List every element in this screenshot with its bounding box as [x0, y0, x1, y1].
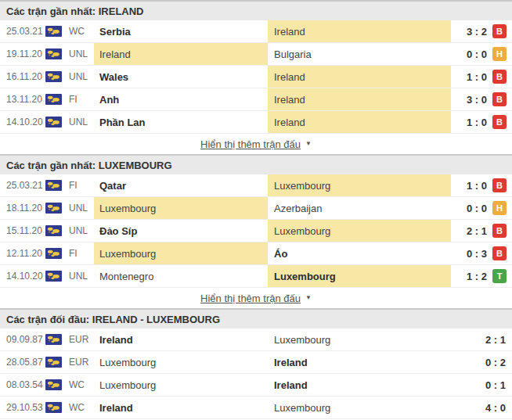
show-more-row: Hiển thị thêm trận đấu ▼	[0, 288, 512, 308]
competition-code: FI	[69, 174, 94, 196]
competition-code: UNL	[69, 197, 94, 219]
world-flag-icon	[45, 203, 62, 214]
match-score: 0 : 0	[451, 197, 487, 219]
match-row: 09.09.87 EUR Ireland Luxembourg 2 : 1	[0, 328, 512, 351]
match-score: 4 : 0	[451, 397, 512, 418]
result-badge: B	[492, 24, 507, 38]
flag-cell	[45, 397, 69, 418]
home-team: Qatar	[94, 174, 268, 196]
away-team: Ireland	[268, 88, 451, 110]
match-date: 18.11.20	[0, 197, 45, 219]
result-badge: T	[492, 269, 507, 283]
match-score: 1 : 0	[451, 174, 487, 196]
world-flag-icon	[45, 225, 62, 236]
match-score: 1 : 2	[451, 265, 487, 287]
match-row: 25.03.21 WC Serbia Ireland 3 : 2 B	[0, 20, 512, 43]
away-team: Áo	[268, 242, 451, 264]
away-team: Ireland	[268, 374, 451, 396]
competition-code: FI	[69, 242, 94, 264]
world-flag-icon	[45, 180, 62, 191]
flag-cell	[45, 197, 69, 219]
world-flag-icon	[45, 26, 62, 37]
result-badge: B	[492, 70, 507, 84]
home-team: Anh	[94, 88, 268, 110]
match-row: 13.11.20 FI Anh Ireland 3 : 0 B	[0, 88, 512, 111]
match-score: 2 : 1	[451, 328, 512, 350]
home-team: Luxembourg	[94, 374, 268, 396]
world-flag-icon	[45, 71, 62, 82]
match-score: 0 : 0	[451, 43, 487, 65]
competition-code: FI	[69, 88, 94, 110]
flag-cell	[45, 328, 69, 350]
world-flag-icon	[45, 334, 62, 345]
flag-cell	[45, 265, 69, 287]
show-more-link[interactable]: Hiển thị thêm trận đấu ▼	[200, 293, 312, 304]
match-date: 14.10.20	[0, 111, 45, 133]
match-date: 28.05.87	[0, 351, 45, 373]
match-score: 0 : 2	[451, 351, 512, 373]
match-row: 14.10.20 UNL Phần Lan Ireland 1 : 0 B	[0, 111, 512, 134]
match-date: 25.03.21	[0, 174, 45, 196]
world-flag-icon	[45, 271, 62, 282]
away-team: Ireland	[268, 20, 451, 42]
result-badge: B	[492, 115, 507, 129]
match-score: 2 : 1	[451, 220, 487, 242]
result-badge: B	[492, 92, 507, 106]
section-body: 25.03.21 WC Serbia Ireland 3 : 2 B 19.11…	[0, 20, 512, 134]
flag-cell	[45, 242, 69, 264]
section-header: Các trận gần nhất: LUXEMBOURG	[0, 154, 512, 174]
match-date: 19.11.20	[0, 43, 45, 65]
result-badge: B	[492, 178, 507, 192]
result-badge: H	[492, 201, 507, 215]
match-date: 12.11.20	[0, 242, 45, 264]
match-row: 14.10.20 UNL Montenegro Luxembourg 1 : 2…	[0, 265, 512, 288]
match-score: 3 : 0	[451, 88, 487, 110]
away-team: Luxembourg	[268, 397, 451, 418]
home-team: Ireland	[94, 43, 268, 65]
match-row: 29.10.53 WC Ireland Luxembourg 4 : 0	[0, 397, 512, 419]
competition-code: UNL	[69, 111, 94, 133]
away-team: Ireland	[268, 351, 451, 373]
home-team: Luxembourg	[94, 197, 268, 219]
match-date: 14.10.20	[0, 265, 45, 287]
match-section: Các trận gần nhất: IRELAND 25.03.21 WC S…	[0, 0, 512, 154]
competition-code: UNL	[69, 265, 94, 287]
home-team: Montenegro	[94, 265, 268, 287]
competition-code: UNL	[69, 220, 94, 242]
home-team: Luxembourg	[94, 351, 268, 373]
competition-code: WC	[69, 374, 94, 396]
competition-code: EUR	[69, 351, 94, 373]
match-history-panel: Các trận gần nhất: IRELAND 25.03.21 WC S…	[0, 0, 512, 419]
match-date: 15.11.20	[0, 220, 45, 242]
result-badge: H	[492, 47, 507, 61]
match-row: 08.03.54 WC Luxembourg Ireland 0 : 1	[0, 374, 512, 397]
flag-cell	[45, 374, 69, 396]
match-date: 25.03.21	[0, 20, 45, 42]
section-title: Các trận đối đầu: IRELAND - LUXEMBOURG	[6, 314, 220, 325]
match-score: 0 : 1	[451, 374, 512, 396]
flag-cell	[45, 43, 69, 65]
competition-code: EUR	[69, 328, 94, 350]
world-flag-icon	[45, 379, 62, 390]
match-score: 3 : 2	[451, 20, 487, 42]
match-score: 1 : 0	[451, 111, 487, 133]
match-date: 13.11.20	[0, 88, 45, 110]
match-date: 29.10.53	[0, 397, 45, 418]
show-more-link[interactable]: Hiển thị thêm trận đấu ▼	[200, 138, 312, 150]
match-row: 16.11.20 UNL Wales Ireland 1 : 0 B	[0, 66, 512, 88]
flag-cell	[45, 174, 69, 196]
home-team: Luxembourg	[94, 242, 268, 264]
flag-cell	[45, 66, 69, 88]
show-more-label: Hiển thị thêm trận đấu	[200, 138, 301, 150]
section-header: Các trận gần nhất: IRELAND	[0, 0, 512, 20]
flag-cell	[45, 220, 69, 242]
section-body: 09.09.87 EUR Ireland Luxembourg 2 : 1 28…	[0, 328, 512, 419]
result-badge: B	[492, 246, 507, 260]
match-row: 28.05.87 EUR Luxembourg Ireland 0 : 2	[0, 351, 512, 374]
flag-cell	[45, 88, 69, 110]
show-more-label: Hiển thị thêm trận đấu	[200, 293, 301, 304]
competition-code: WC	[69, 20, 94, 42]
show-more-row: Hiển thị thêm trận đấu ▼	[0, 134, 512, 154]
section-title: Các trận gần nhất: LUXEMBOURG	[6, 160, 172, 171]
away-team: Luxembourg	[268, 265, 451, 287]
